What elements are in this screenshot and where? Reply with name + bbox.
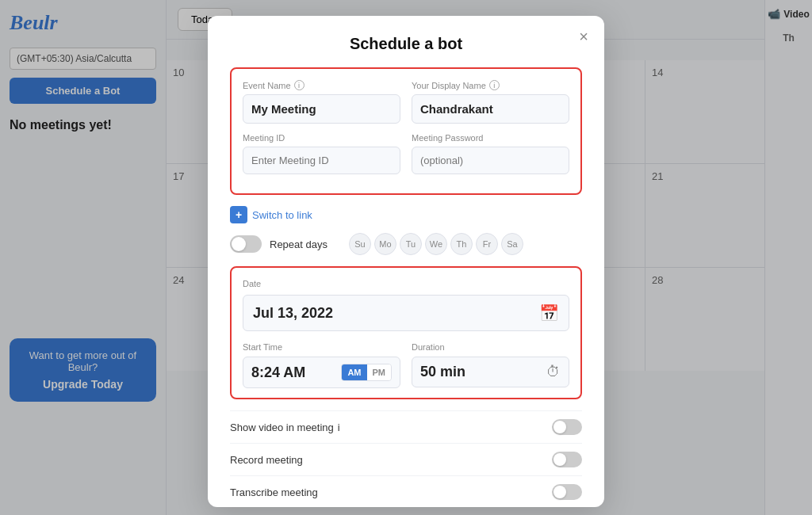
meeting-id-input[interactable] (243, 147, 400, 174)
day-btn-th[interactable]: Th (450, 233, 473, 255)
repeat-toggle-knob (232, 237, 246, 251)
schedule-bot-modal: Schedule a bot × Event Name i Your Displ… (208, 16, 604, 507)
duration-label: Duration (412, 342, 569, 352)
record-meeting-row: Record meeting (230, 443, 582, 475)
date-time-section: Date Jul 13, 2022 📅 Start Time 8:24 AM A… (230, 266, 582, 399)
meeting-password-field-wrap: Meeting Password (412, 133, 569, 174)
start-time-value: 8:24 AM (251, 364, 335, 381)
switch-to-link-btn[interactable]: Switch to link (252, 209, 312, 221)
repeat-label: Repeat days (270, 238, 341, 250)
show-video-knob (553, 421, 566, 433)
pm-button[interactable]: PM (367, 364, 392, 380)
show-video-label: Show video in meeting i (230, 422, 340, 433)
show-video-toggle[interactable] (552, 419, 582, 435)
calendar-icon[interactable]: 📅 (539, 303, 559, 322)
day-btn-we[interactable]: We (425, 233, 447, 255)
meeting-id-row: Meeting ID Meeting Password (243, 133, 569, 174)
event-name-label: Event Name i (243, 80, 400, 90)
event-details-section: Event Name i Your Display Name i Meeting… (230, 67, 582, 195)
repeat-days-row: Repeat days Su Mo Tu We Th Fr Sa (230, 233, 582, 255)
modal-title: Schedule a bot (230, 35, 582, 53)
start-time-input[interactable]: 8:24 AM AM PM (243, 357, 400, 388)
name-row: Event Name i Your Display Name i (243, 80, 569, 124)
repeat-toggle[interactable] (230, 235, 262, 253)
show-video-info-icon[interactable]: i (338, 422, 340, 433)
meeting-id-field-wrap: Meeting ID (243, 133, 400, 174)
modal-overlay: Schedule a bot × Event Name i Your Displ… (0, 0, 812, 515)
start-time-wrap: Start Time 8:24 AM AM PM (243, 342, 400, 388)
duration-value: 50 min (420, 364, 540, 380)
meeting-password-label: Meeting Password (412, 133, 569, 143)
meeting-id-label: Meeting ID (243, 133, 400, 143)
day-btn-tu[interactable]: Tu (400, 233, 422, 255)
display-name-label: Your Display Name i (412, 80, 569, 90)
event-name-field-wrap: Event Name i (243, 80, 400, 124)
record-meeting-label: Record meeting (230, 454, 303, 466)
switch-plus-icon: + (230, 206, 247, 223)
day-btn-sa[interactable]: Sa (501, 233, 523, 255)
transcribe-knob (553, 486, 566, 498)
record-meeting-toggle[interactable] (552, 452, 582, 467)
switch-link-row: + Switch to link (230, 206, 582, 223)
close-button[interactable]: × (579, 29, 588, 44)
show-video-row: Show video in meeting i (230, 410, 582, 443)
transcribe-label: Transcribe meeting (230, 486, 318, 498)
record-meeting-knob (553, 453, 566, 466)
event-name-info-icon[interactable]: i (294, 80, 304, 90)
display-name-input[interactable] (412, 94, 569, 124)
transcribe-row: Transcribe meeting (230, 475, 582, 507)
date-section-label: Date (243, 279, 569, 288)
time-duration-row: Start Time 8:24 AM AM PM Duration 50 min… (243, 342, 569, 388)
display-name-field-wrap: Your Display Name i (412, 80, 569, 124)
day-buttons: Su Mo Tu We Th Fr Sa (349, 233, 523, 255)
duration-input[interactable]: 50 min ⏱ (412, 357, 569, 387)
date-input-row[interactable]: Jul 13, 2022 📅 (243, 295, 569, 331)
meeting-password-input[interactable] (412, 147, 569, 174)
timer-icon: ⏱ (546, 364, 561, 380)
start-time-label: Start Time (243, 342, 400, 352)
date-value: Jul 13, 2022 (253, 305, 333, 322)
event-name-input[interactable] (243, 94, 400, 124)
day-btn-su[interactable]: Su (349, 233, 371, 255)
display-name-info-icon[interactable]: i (489, 80, 500, 90)
day-btn-fr[interactable]: Fr (476, 233, 498, 255)
duration-wrap: Duration 50 min ⏱ (412, 342, 569, 388)
am-button[interactable]: AM (342, 364, 366, 380)
day-btn-mo[interactable]: Mo (374, 233, 396, 255)
transcribe-toggle[interactable] (552, 484, 582, 500)
am-pm-group: AM PM (341, 364, 392, 381)
